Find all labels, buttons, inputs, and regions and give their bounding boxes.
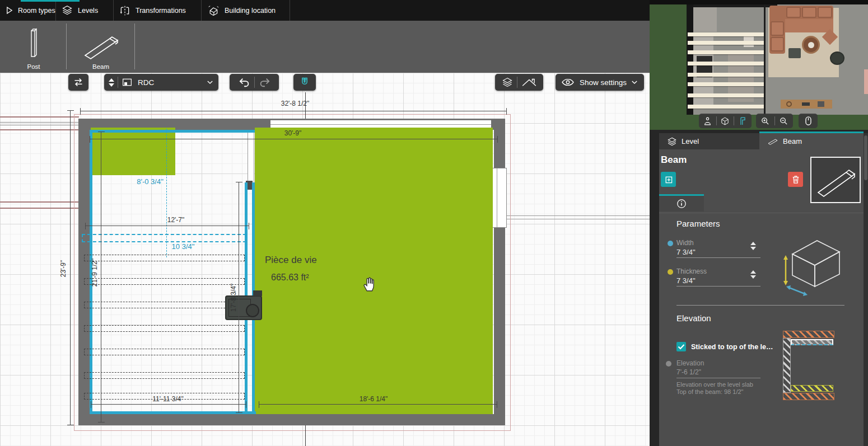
redo-icon[interactable] [258, 77, 270, 88]
layers-icon [667, 137, 677, 147]
elevation-help-2: Top of the beam: 98 1/2" [676, 388, 744, 395]
panel-scrollbar[interactable] [864, 133, 868, 446]
dim-extension-line [305, 425, 306, 446]
active-tab-indicator [21, 0, 80, 2]
beam-element[interactable] [84, 255, 245, 261]
divider [134, 24, 135, 69]
layers-icon[interactable] [501, 77, 514, 88]
divider [734, 116, 734, 125]
room-living[interactable] [255, 128, 493, 414]
beam-element[interactable] [84, 325, 245, 332]
width-stepper[interactable] [750, 242, 756, 250]
tab-building-location[interactable]: Building location [202, 0, 290, 21]
width-value[interactable]: 7 3/4" [676, 248, 696, 256]
undo-icon[interactable] [239, 77, 251, 88]
magnet-snap-button[interactable] [293, 74, 316, 91]
panel-tab-level[interactable]: Level [659, 133, 759, 149]
preview-cushion [771, 21, 784, 36]
beam-element[interactable] [84, 372, 245, 379]
beam-thumbnail[interactable] [810, 157, 861, 203]
zoom-in-icon[interactable] [760, 116, 770, 126]
sticked-checkbox[interactable] [676, 342, 686, 351]
level-stepper[interactable] [109, 78, 114, 87]
window-right[interactable] [492, 168, 507, 228]
tab-transformations[interactable]: Transformations [114, 0, 202, 21]
3d-preview-viewport[interactable] [650, 0, 868, 130]
tab-label: Building location [225, 7, 276, 15]
preview-wall-left [687, 4, 693, 115]
preview-cushion [818, 7, 832, 18]
dim-label-living-bottom: 18'-6 1/4" [360, 395, 388, 403]
site-line [0, 129, 79, 130]
preview-mouse-button[interactable] [799, 114, 818, 128]
roof-icon[interactable] [521, 77, 538, 88]
room-area-top-left[interactable] [91, 128, 175, 175]
3d-view-icon[interactable] [720, 116, 730, 126]
elevation-underline [676, 378, 760, 378]
dim-line-outer-height [70, 110, 71, 425]
site-line [0, 122, 79, 123]
delete-beam-button[interactable] [788, 172, 803, 187]
preview-beam [688, 62, 764, 65]
thickness-dot [668, 269, 673, 275]
show-settings-button[interactable]: Show settings [556, 74, 644, 91]
preview-console-detail [786, 101, 792, 107]
preview-console-detail [802, 102, 810, 106]
info-tab[interactable] [659, 194, 704, 212]
level-selector[interactable]: RDC [104, 74, 218, 91]
zoom-out-icon[interactable] [779, 116, 788, 126]
chevron-down-icon [206, 78, 214, 86]
divider [659, 213, 864, 213]
application-window: Room types Levels Transformations Buildi… [0, 0, 868, 446]
dim-label-beam-offset[interactable]: 8'-0 3/4" [137, 177, 164, 186]
beam-element[interactable] [84, 302, 245, 308]
tab-levels[interactable]: Levels [56, 0, 114, 21]
dim-line-kitchen-bottom [91, 404, 246, 405]
dim-label-inner-height: 21'-9 1/2" [91, 259, 99, 287]
preview-cabinet [693, 7, 717, 32]
wall-left[interactable] [78, 119, 90, 425]
duplicate-beam-button[interactable] [661, 172, 676, 187]
selected-beam[interactable] [82, 234, 246, 242]
section-divider [676, 305, 844, 306]
tab-room-types[interactable]: Room types [0, 0, 56, 21]
wall-bottom[interactable] [78, 414, 505, 425]
preview-cushion [802, 7, 816, 18]
thickness-underline [676, 286, 760, 287]
tab-label: Levels [78, 7, 98, 15]
mouse-icon [804, 116, 813, 126]
beam-offset-guide [166, 129, 167, 257]
beam-element[interactable] [84, 349, 245, 355]
beam-element[interactable] [84, 278, 245, 285]
dim-line-living-height [239, 182, 239, 413]
walk-view-icon[interactable] [703, 116, 712, 126]
show-settings-label: Show settings [580, 78, 627, 87]
tab-label: Room types [18, 7, 55, 15]
stove-flue [246, 304, 259, 317]
dim-label-beam-width[interactable]: 10 3/4" [172, 242, 195, 251]
divider [517, 77, 517, 88]
dim-label-living-height: 17'-8 3/4" [230, 284, 237, 312]
scrollbar-thumb[interactable] [864, 135, 867, 180]
ribbon-toolbox: Post Beam [0, 21, 650, 73]
section-floor-hatch [783, 393, 834, 400]
tool-post[interactable]: Post [10, 23, 57, 70]
ribbon-tab-bar: Room types Levels Transformations Buildi… [0, 0, 650, 21]
panel-tab-beam[interactable]: Beam [759, 133, 864, 149]
wall-right[interactable] [494, 119, 505, 425]
magnet-icon [299, 77, 310, 88]
tool-beam[interactable]: Beam [72, 23, 130, 70]
swap-tool-button[interactable] [68, 74, 88, 91]
floor-plan-canvas[interactable]: 32'-8 1/2" 30'-9" 23'-9" 21'-9 1/2" 12'-… [0, 73, 650, 446]
plan-view-icon[interactable] [738, 116, 748, 126]
building-icon [207, 5, 220, 16]
selected-room-border [92, 130, 255, 133]
elevation-section-diagram [783, 331, 834, 400]
preview-wall-divider [764, 4, 766, 115]
beam-dimensions-diagram [776, 231, 848, 298]
dim-line-kitchen-width [85, 226, 249, 226]
thickness-value[interactable]: 7 3/4" [676, 276, 696, 285]
thickness-stepper[interactable] [750, 270, 756, 279]
preview-cushion [786, 7, 801, 18]
site-line [0, 125, 79, 125]
